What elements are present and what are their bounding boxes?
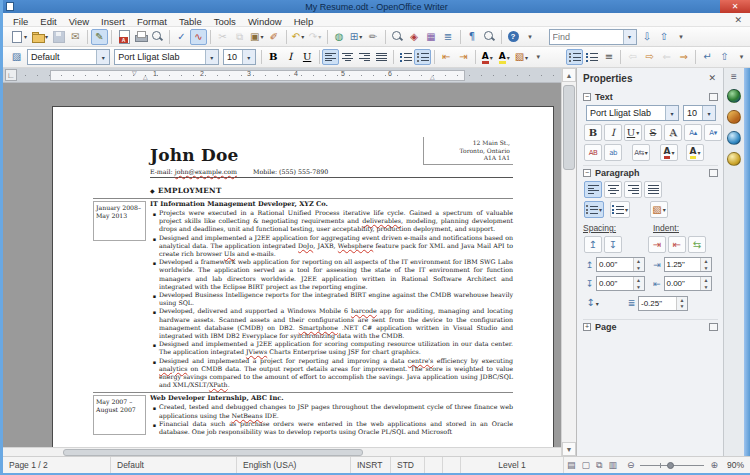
save-icon[interactable] <box>50 29 67 45</box>
draw-functions-icon[interactable]: ✏ <box>365 29 382 45</box>
above-paragraph-spacing-field[interactable]: 0.00"▲▼ <box>596 257 645 272</box>
sb-align-right-icon[interactable] <box>624 181 642 198</box>
data-sources-icon[interactable]: ≣ <box>440 29 457 45</box>
email-link[interactable]: john@example.com <box>175 168 237 175</box>
paragraph-section-dialog-icon[interactable] <box>709 169 718 177</box>
sb-bold-icon[interactable]: B <box>584 124 602 141</box>
justify-icon[interactable] <box>373 49 390 65</box>
vertical-scrollbar-track[interactable] <box>562 82 576 442</box>
grow-font-icon[interactable]: A▴ <box>684 124 702 141</box>
zoom-slider-thumb[interactable] <box>667 462 674 469</box>
zoom-icon[interactable] <box>481 29 498 45</box>
zoom-slider[interactable]: ⊖⊕ <box>620 460 725 470</box>
sb-strikethrough-icon[interactable]: S <box>644 124 662 141</box>
first-line-indent-marker[interactable]: ▽ <box>132 69 137 76</box>
paragraph-style-select-dropdown-icon[interactable]: ▾ <box>96 50 109 64</box>
sb-increase-indent-icon[interactable]: ⇥ <box>648 236 666 253</box>
document-area[interactable]: John Doe 12 Main St.,Toronto, OntarioA1A… <box>3 83 561 456</box>
promote-subpoints-icon[interactable]: ⇐ <box>658 49 675 65</box>
uppercase-icon[interactable]: AB <box>584 144 602 161</box>
align-right-icon[interactable] <box>356 49 373 65</box>
format-paintbrush-icon[interactable]: ✐ <box>266 29 283 45</box>
font-name-select[interactable]: Port Lligat Slab▾ <box>114 49 219 65</box>
sb-underline-icon[interactable]: U▾ <box>624 124 642 141</box>
styles-tab-icon[interactable] <box>727 152 741 166</box>
zoom-percentage[interactable]: 90% <box>725 460 750 470</box>
sidebar-close-icon[interactable]: ✕ <box>706 73 718 83</box>
copy-icon[interactable]: ⧉ <box>231 29 248 45</box>
tab-stop-selector[interactable]: ∟ <box>5 69 17 81</box>
find-replace-icon[interactable] <box>389 29 406 45</box>
page-section-dialog-icon[interactable] <box>709 323 718 331</box>
undo-icon[interactable]: ↶▾ <box>290 29 307 45</box>
hanging-indent-icon[interactable]: ⇆ <box>688 236 706 253</box>
sidebar-font-size-select[interactable]: 10▾ <box>683 105 716 121</box>
styles-panel-icon[interactable]: ▨ <box>8 49 25 65</box>
bold-icon[interactable]: B <box>265 49 282 65</box>
menu-view[interactable]: View <box>63 16 95 27</box>
spacing-above-icon[interactable]: ↥ <box>584 236 602 253</box>
open-icon[interactable]: ▾ <box>29 29 50 45</box>
horizontal-scrollbar-thumb[interactable] <box>63 449 363 456</box>
sb-decrease-indent-icon[interactable]: ⇤ <box>668 236 686 253</box>
after-text-indent-field[interactable]: 0.00"▲▼ <box>664 276 713 291</box>
standard-overflow-icon[interactable]: ▾ <box>522 29 539 45</box>
font-name-select-dropdown-icon[interactable]: ▾ <box>205 50 218 64</box>
spellcheck-icon[interactable]: ✓ <box>173 29 190 45</box>
bn-bullets-icon[interactable] <box>566 49 583 65</box>
paragraph-section-collapse-icon[interactable]: − <box>583 169 591 177</box>
zoom-out-icon[interactable]: ⊖ <box>624 460 638 470</box>
sb-italic-icon[interactable]: I <box>604 124 622 141</box>
first-line-indent-field-spinner[interactable]: ▲▼ <box>676 297 687 310</box>
insert-mode[interactable]: INSRT <box>351 457 391 473</box>
new-document-icon[interactable]: ▾ <box>8 29 29 45</box>
character-spacing-icon[interactable]: A⇆▾ <box>632 144 650 161</box>
window-close-button[interactable]: ✕ <box>720 0 750 13</box>
navigator-icon[interactable]: ◈ <box>406 29 423 45</box>
sb-highlight-icon[interactable]: A▾ <box>686 144 704 161</box>
zoom-in-icon[interactable]: ⊕ <box>707 460 721 470</box>
menu-edit[interactable]: Edit <box>34 16 62 27</box>
font-color-icon[interactable]: A▾ <box>479 49 496 65</box>
sb-justify-icon[interactable] <box>644 181 662 198</box>
move-up-icon[interactable]: ⇧ <box>716 49 733 65</box>
increase-indent-icon[interactable]: ⇥ <box>455 49 472 65</box>
menu-file[interactable]: File <box>7 16 34 27</box>
find-next-icon[interactable]: ⇩ <box>639 29 656 45</box>
hyperlink-icon[interactable]: ◍ <box>331 29 348 45</box>
autospellcheck-icon[interactable]: ∿ <box>190 29 207 45</box>
paragraph-style-select[interactable]: Default▾ <box>27 49 110 65</box>
find-input[interactable] <box>550 30 623 44</box>
page-style[interactable]: Default <box>111 457 237 473</box>
menu-help[interactable]: Help <box>288 16 320 27</box>
gallery-icon[interactable]: ▦ <box>423 29 440 45</box>
scroll-down-icon[interactable]: ▼ <box>562 442 576 456</box>
highlighting-icon[interactable]: A▾ <box>496 49 513 65</box>
line-spacing-button[interactable]: ↕▾ <box>584 295 601 311</box>
sidebar-font-size-select-dropdown-icon[interactable]: ▾ <box>702 106 715 120</box>
multi-page-view-icon[interactable]: ⧉ <box>593 460 605 471</box>
left-indent-marker[interactable]: △ <box>143 73 148 80</box>
cut-icon[interactable]: ✂ <box>214 29 231 45</box>
paste-icon[interactable]: ▣▾ <box>248 29 265 45</box>
print-icon[interactable] <box>132 29 149 45</box>
outline-level[interactable]: Level 1 <box>461 457 564 473</box>
lowercase-icon[interactable]: ab <box>604 144 622 161</box>
sb-font-color-icon[interactable]: A▾ <box>660 144 678 161</box>
font-size-select[interactable]: 10▾ <box>223 49 256 65</box>
vertical-scrollbar-thumb[interactable] <box>563 85 575 170</box>
book-view-icon[interactable]: ▥ <box>605 460 620 470</box>
modified-flag[interactable] <box>425 457 443 473</box>
document-page[interactable]: John Doe 12 Main St.,Toronto, OntarioA1A… <box>52 106 554 456</box>
numbered-list-icon[interactable] <box>397 49 414 65</box>
below-paragraph-spacing-field-spinner[interactable]: ▲▼ <box>633 277 644 290</box>
decrease-indent-icon[interactable]: ⇤ <box>438 49 455 65</box>
horizontal-scrollbar[interactable] <box>3 447 561 456</box>
unnumbered-entry-icon[interactable]: ↵ <box>699 49 716 65</box>
menu-table[interactable]: Table <box>173 16 208 27</box>
demote-level-icon[interactable]: ⇨ <box>641 49 658 65</box>
formatting-marks-icon[interactable]: ¶ <box>464 29 481 45</box>
selection-mode[interactable]: STD <box>391 457 425 473</box>
below-paragraph-spacing-field[interactable]: 0.00"▲▼ <box>596 276 645 291</box>
italic-icon[interactable]: I <box>282 49 299 65</box>
